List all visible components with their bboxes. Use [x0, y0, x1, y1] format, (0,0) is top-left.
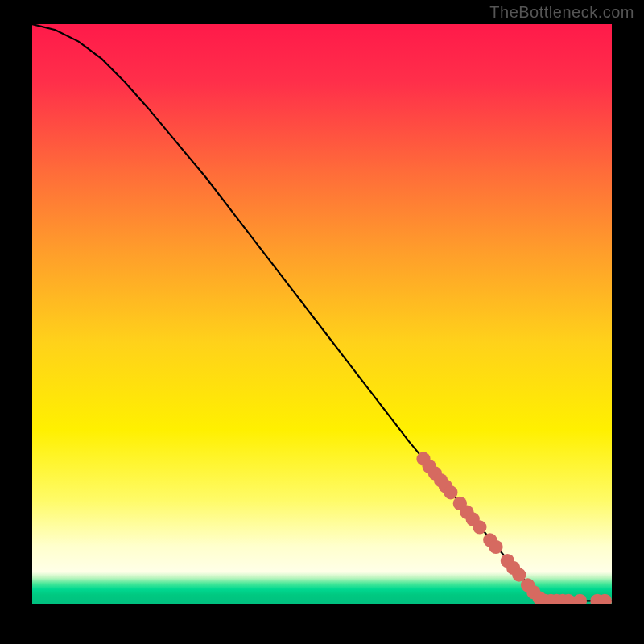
- chart-svg: [32, 24, 612, 604]
- data-marker: [444, 485, 457, 499]
- chart-frame: TheBottleneck.com: [0, 0, 644, 644]
- watermark-text: TheBottleneck.com: [489, 3, 634, 22]
- gradient-background: [32, 24, 612, 604]
- data-marker: [473, 520, 486, 534]
- plot-area: [32, 24, 612, 604]
- data-marker: [489, 540, 502, 554]
